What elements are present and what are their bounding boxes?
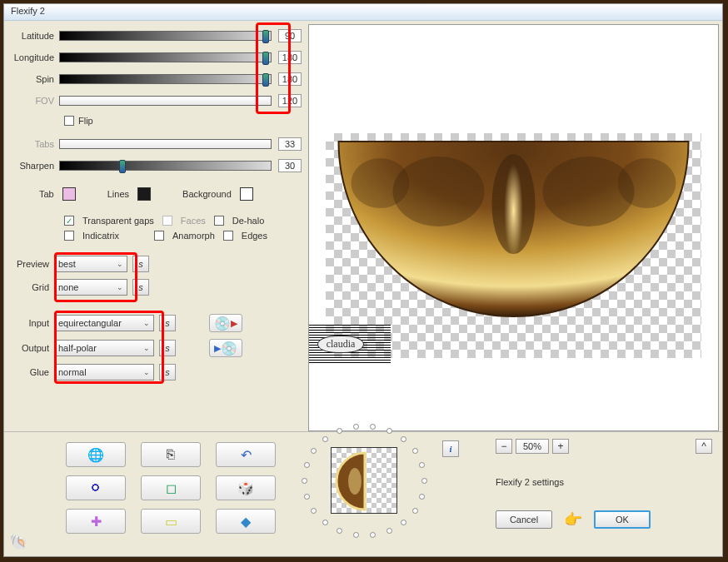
latitude-value[interactable]: 90 — [278, 29, 302, 42]
transparent-gaps-checkbox[interactable]: ✓ — [64, 216, 74, 226]
chevron-down-icon: ⌄ — [117, 260, 123, 268]
globe-button[interactable]: 🌐 — [66, 442, 126, 467]
cancel-button[interactable]: Cancel — [496, 510, 552, 529]
indicatrix-checkbox[interactable] — [64, 231, 74, 241]
ring-dot[interactable] — [386, 528, 392, 534]
sharpen-value[interactable]: 30 — [278, 159, 302, 172]
ring-dot[interactable] — [322, 436, 328, 442]
dice-button[interactable]: 🎲 — [216, 475, 276, 500]
ring-dot[interactable] — [353, 424, 359, 430]
lines-swatch-label: Lines — [107, 189, 129, 199]
background-swatch[interactable] — [240, 187, 253, 201]
output-s-button[interactable]: s — [159, 340, 176, 356]
cube-button[interactable]: ◻ — [141, 475, 201, 500]
caret-button[interactable]: ^ — [696, 439, 712, 454]
flip-checkbox[interactable] — [64, 116, 74, 126]
thumbnail-ring — [299, 437, 432, 545]
output-select[interactable]: half-polar ⌄ — [54, 340, 154, 356]
play-disc-button[interactable]: ▶ 💿 — [209, 339, 242, 357]
zoom-group: − 50% + — [496, 439, 569, 454]
ring-dot[interactable] — [304, 462, 310, 468]
glue-label: Glue — [11, 367, 54, 377]
latitude-handle[interactable] — [262, 30, 269, 43]
tab-swatch[interactable] — [62, 187, 76, 201]
grid-s-button[interactable]: s — [132, 279, 149, 296]
ring-dot[interactable] — [311, 508, 317, 514]
spin-value[interactable]: 180 — [278, 72, 302, 86]
tabs-row: Tabs 33 — [11, 137, 302, 151]
ring-dot[interactable] — [337, 428, 342, 434]
ring-dot[interactable] — [401, 520, 406, 525]
copy-button[interactable]: ⎘ — [141, 442, 201, 467]
ring-dot[interactable] — [421, 478, 427, 484]
preview-s-button[interactable]: s — [132, 256, 149, 272]
ring-dot[interactable] — [302, 478, 307, 484]
zoom-in-button[interactable]: + — [552, 439, 569, 454]
grid-select[interactable]: none ⌄ — [54, 279, 127, 296]
edges-checkbox[interactable] — [223, 231, 233, 241]
ring-dot[interactable] — [401, 436, 406, 442]
sharpen-label: Sharpen — [11, 161, 59, 171]
torus-button[interactable]: ⭘ — [66, 475, 126, 500]
ring-dot[interactable] — [322, 520, 328, 525]
glue-select[interactable]: normal ⌄ — [54, 364, 154, 380]
glue-s-button[interactable]: s — [159, 364, 176, 380]
longitude-handle[interactable] — [262, 52, 269, 65]
input-value: equirectangular — [58, 318, 122, 328]
ok-button[interactable]: OK — [594, 510, 651, 529]
anamorph-checkbox[interactable] — [154, 231, 164, 241]
spin-handle[interactable] — [262, 73, 269, 87]
zoom-out-button[interactable]: − — [496, 439, 512, 454]
faces-label: Faces — [181, 216, 206, 226]
checks-row-2: Indicatrix Anamorph Edges — [64, 231, 302, 241]
input-select[interactable]: equirectangular ⌄ — [54, 315, 154, 331]
longitude-slider[interactable] — [59, 52, 272, 62]
sharpen-handle[interactable] — [119, 160, 126, 173]
tab-swatch-label: Tab — [39, 189, 54, 199]
sharpen-slider[interactable] — [59, 161, 272, 171]
lines-swatch[interactable] — [137, 187, 151, 201]
ring-dot[interactable] — [419, 462, 425, 468]
fov-value[interactable]: 120 — [278, 94, 302, 107]
ring-dot[interactable] — [353, 532, 359, 538]
edges-label: Edges — [242, 231, 267, 241]
content-area: Latitude 90 Longitude 180 Spin — [4, 21, 722, 556]
latitude-row: Latitude 90 — [11, 29, 302, 42]
fov-row: FOV 120 — [11, 94, 302, 107]
disc-play-button[interactable]: 💿 ▶ — [209, 314, 242, 332]
ring-dot[interactable] — [412, 508, 418, 514]
input-label: Input — [11, 318, 54, 328]
zoom-value[interactable]: 50% — [516, 439, 549, 454]
preview-select[interactable]: best ⌄ — [54, 256, 127, 272]
info-button[interactable]: i — [442, 440, 459, 457]
longitude-value[interactable]: 180 — [278, 51, 302, 64]
flip-row: Flip — [64, 116, 302, 126]
disc-icon: 💿 — [221, 341, 237, 356]
tabs-slider[interactable] — [59, 139, 272, 149]
thumbnail[interactable] — [331, 447, 397, 514]
ring-dot[interactable] — [304, 494, 310, 500]
brick-button[interactable]: ▭ — [141, 509, 201, 534]
dehalo-checkbox[interactable] — [214, 216, 224, 226]
gem-button[interactable]: ◆ — [216, 509, 276, 534]
longitude-row: Longitude 180 — [11, 51, 302, 64]
brick-icon: ▭ — [165, 514, 177, 530]
input-s-button[interactable]: s — [159, 315, 176, 331]
window-title: Flexify 2 — [11, 6, 45, 16]
info-area: i — [442, 437, 459, 457]
ring-dot[interactable] — [370, 424, 376, 430]
shell-icon[interactable]: 🐚 — [9, 533, 27, 551]
ring-dot[interactable] — [419, 494, 425, 500]
latitude-slider[interactable] — [59, 31, 272, 41]
ring-dot[interactable] — [311, 448, 317, 454]
ring-dot[interactable] — [337, 528, 342, 534]
ring-dot[interactable] — [412, 448, 418, 454]
ring-dot[interactable] — [386, 428, 392, 434]
tabs-value[interactable]: 33 — [278, 137, 302, 151]
undo-button[interactable]: ↶ — [216, 442, 276, 467]
hand-icon: 👉 — [564, 510, 582, 529]
spin-slider[interactable] — [59, 74, 272, 84]
ring-dot[interactable] — [370, 532, 376, 538]
chevron-down-icon: ⌄ — [143, 319, 150, 327]
plus-button[interactable]: ✚ — [66, 509, 126, 534]
